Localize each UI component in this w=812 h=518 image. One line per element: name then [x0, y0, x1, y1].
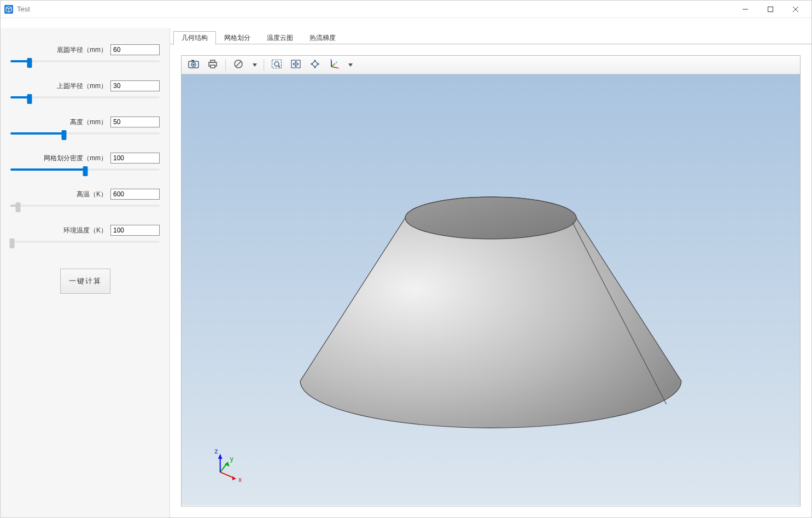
toolbar-separator: [225, 59, 226, 71]
param-label-height: 高度（mm）: [70, 118, 107, 127]
fit-icon: [309, 59, 320, 71]
axis-x-label: x: [238, 476, 242, 484]
sidebar: 底圆半径（mm）上圆半径（mm）高度（mm）网格划分密度（mm）高温（K）环境温…: [1, 28, 170, 517]
param-slider-ambient-temp[interactable]: [10, 237, 160, 247]
param-high-temp: 高温（K）: [10, 189, 160, 211]
svg-line-20: [331, 67, 337, 68]
svg-text:z: z: [330, 59, 332, 61]
fit-button[interactable]: [306, 57, 324, 73]
param-label-bottom-radius: 底圆半径（mm）: [57, 45, 107, 55]
canvas-frame: zyx: [181, 55, 801, 507]
svg-text:x: x: [337, 66, 339, 69]
svg-point-7: [192, 63, 195, 66]
minimize-button[interactable]: [733, 1, 758, 18]
print-button[interactable]: [204, 57, 221, 73]
toolbar-dropdown[interactable]: [344, 57, 355, 73]
tab-mesh[interactable]: 网格划分: [216, 31, 259, 45]
svg-rect-2: [768, 7, 773, 11]
toolbar-dropdown[interactable]: [249, 57, 260, 73]
param-input-top-radius[interactable]: [110, 80, 160, 91]
toolbar-separator: [264, 59, 264, 71]
svg-rect-11: [211, 65, 215, 68]
param-label-mesh-density: 网格划分密度（mm）: [44, 154, 107, 163]
svg-point-15: [274, 62, 279, 66]
tab-temp-map[interactable]: 温度云图: [259, 31, 301, 45]
maximize-button[interactable]: [758, 1, 783, 18]
param-slider-mesh-density[interactable]: [10, 165, 160, 174]
axes-button[interactable]: zyx: [325, 57, 343, 73]
tabs: 几何结构网格划分温度云图热流梯度: [170, 31, 811, 44]
param-slider-high-temp[interactable]: [10, 201, 160, 211]
pan-button[interactable]: [287, 57, 305, 73]
param-input-mesh-density[interactable]: [110, 153, 160, 164]
camera-button[interactable]: [185, 57, 202, 73]
viewport-toolbar: zyx: [182, 56, 800, 74]
app-icon: [4, 4, 14, 14]
body: 底圆半径（mm）上圆半径（mm）高度（mm）网格划分密度（mm）高温（K）环境温…: [1, 28, 811, 517]
param-slider-height[interactable]: [10, 129, 160, 138]
disable-button[interactable]: [230, 57, 247, 73]
svg-rect-18: [312, 61, 318, 67]
param-height: 高度（mm）: [10, 117, 160, 138]
svg-line-21: [331, 63, 335, 67]
param-label-high-temp: 高温（K）: [77, 190, 107, 199]
spacer: [1, 18, 811, 28]
pan-icon: [290, 59, 301, 71]
zoom-box-icon: [271, 59, 282, 71]
param-slider-bottom-radius[interactable]: [10, 56, 160, 66]
viewport[interactable]: x y z: [182, 74, 800, 506]
main-panel: 几何结构网格划分温度云图热流梯度 zyx: [170, 28, 811, 517]
svg-point-26: [405, 197, 576, 239]
axis-z-label: z: [215, 447, 218, 455]
svg-line-13: [236, 61, 241, 67]
titlebar: Test: [1, 1, 811, 18]
param-input-height[interactable]: [110, 117, 160, 127]
disable-icon: [233, 59, 243, 71]
compute-button[interactable]: 一键计算: [60, 269, 110, 294]
param-label-top-radius: 上圆半径（mm）: [57, 82, 107, 91]
tab-heat-flux[interactable]: 热流梯度: [301, 31, 344, 45]
axis-y-label: y: [230, 455, 234, 463]
param-slider-top-radius[interactable]: [10, 92, 160, 102]
param-input-ambient-temp[interactable]: [110, 225, 160, 236]
param-bottom-radius: 底圆半径（mm）: [10, 44, 160, 66]
svg-line-16: [278, 66, 280, 67]
app-window: Test 底圆半径（mm）上圆半径（mm）高度（mm）网格划分密度（mm）高温（…: [0, 0, 812, 518]
param-label-ambient-temp: 环境温度（K）: [63, 226, 107, 235]
param-top-radius: 上圆半径（mm）: [10, 80, 160, 102]
svg-rect-10: [211, 60, 215, 62]
zoom-box-button[interactable]: [268, 57, 285, 73]
svg-rect-8: [191, 60, 194, 62]
close-button[interactable]: [783, 1, 808, 18]
param-ambient-temp: 环境温度（K）: [10, 225, 160, 247]
window-controls: [733, 1, 808, 18]
camera-icon: [188, 59, 199, 71]
print-icon: [207, 59, 218, 71]
svg-text:y: y: [336, 60, 337, 63]
tab-geometry[interactable]: 几何结构: [173, 31, 216, 45]
param-input-high-temp[interactable]: [110, 189, 160, 200]
param-mesh-density: 网格划分密度（mm）: [10, 153, 160, 174]
axes-icon: zyx: [329, 59, 340, 71]
param-input-bottom-radius[interactable]: [110, 44, 160, 55]
window-title: Test: [17, 5, 30, 13]
